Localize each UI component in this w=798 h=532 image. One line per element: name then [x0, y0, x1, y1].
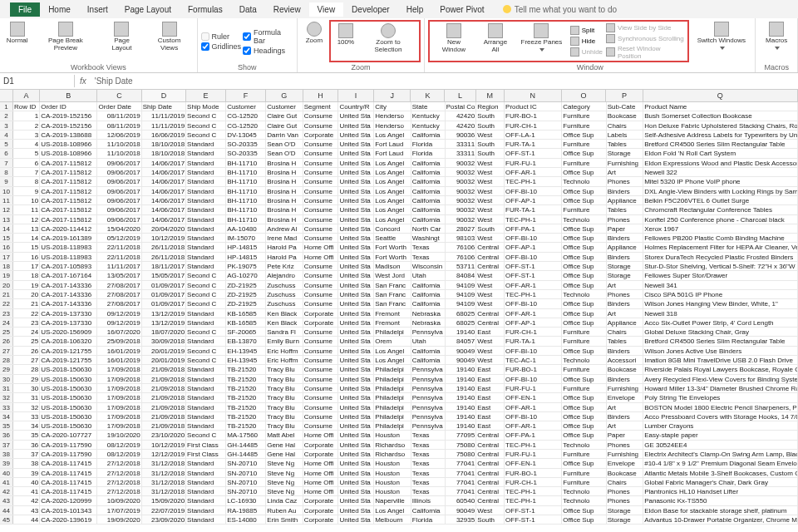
- cell[interactable]: California: [411, 177, 446, 185]
- cell[interactable]: Office Sup: [562, 393, 606, 401]
- cell[interactable]: 77041: [446, 469, 476, 477]
- cell[interactable]: 11/10/2018: [97, 149, 141, 157]
- cell[interactable]: OFF-ST-1: [505, 515, 562, 524]
- cell[interactable]: Panasonic Kx-TS550: [643, 496, 798, 505]
- cell[interactable]: Corporate: [303, 496, 339, 505]
- cell[interactable]: 09/06/2017: [97, 177, 141, 185]
- cell[interactable]: CG-12520: [226, 121, 266, 130]
- cell[interactable]: Tracy Blu: [266, 375, 303, 383]
- cell[interactable]: 19140: [446, 403, 476, 411]
- cell[interactable]: OFF-AR-1: [505, 168, 562, 176]
- cell[interactable]: PK-19075: [226, 262, 266, 270]
- cell[interactable]: 9: [13, 187, 40, 195]
- cell[interactable]: BH-11710: [226, 159, 266, 167]
- cell[interactable]: Los Angel: [374, 205, 411, 214]
- cell[interactable]: CA-2017-115812: [40, 187, 97, 195]
- cell[interactable]: United Sta: [338, 412, 374, 421]
- cell[interactable]: Texas: [411, 253, 446, 261]
- cell[interactable]: United Sta: [338, 187, 374, 195]
- cell[interactable]: Electrix Architect's Clamp-On Swing Arm …: [643, 450, 798, 458]
- cell[interactable]: 11/11/2019: [142, 121, 186, 130]
- cell[interactable]: 08/12/2019: [97, 450, 141, 458]
- cell[interactable]: 19/10/2020: [97, 431, 141, 439]
- cell[interactable]: Office Sup: [562, 506, 606, 515]
- cell[interactable]: United Sta: [338, 356, 374, 364]
- row-header[interactable]: 19: [0, 271, 13, 279]
- cell[interactable]: Acco Six-Outlet Power Strip, 4' Cord Len…: [643, 318, 798, 327]
- cell[interactable]: Nebraska: [411, 309, 446, 318]
- cell[interactable]: Pennsylva: [411, 421, 446, 430]
- cell[interactable]: Nebraska: [411, 318, 446, 327]
- cell[interactable]: OFF-EN-1: [505, 393, 562, 401]
- cell[interactable]: United Sta: [338, 131, 374, 139]
- cell[interactable]: CA-2018-117415: [40, 478, 97, 486]
- cell[interactable]: 90032: [446, 187, 476, 195]
- cell[interactable]: FUR-TA-1: [505, 205, 562, 214]
- cell[interactable]: United Sta: [338, 243, 374, 251]
- cell[interactable]: Standard: [186, 459, 226, 467]
- cell[interactable]: 13/12/2019: [142, 318, 186, 327]
- cell[interactable]: Consume: [303, 149, 339, 157]
- row-header[interactable]: 45: [0, 515, 13, 524]
- cell[interactable]: Philadelpi: [374, 328, 411, 336]
- row-header[interactable]: 35: [0, 421, 13, 430]
- cell[interactable]: Standard: [186, 224, 226, 233]
- cell[interactable]: Office Sup: [562, 149, 606, 157]
- cell[interactable]: Philadelpi: [374, 412, 411, 421]
- cell[interactable]: TEC-PH-1: [505, 290, 562, 298]
- cell[interactable]: 17/09/2018: [97, 421, 141, 430]
- cell[interactable]: US-2020-156909: [40, 328, 97, 336]
- cell[interactable]: Office Sup: [562, 515, 606, 524]
- cell[interactable]: 01/09/2017: [142, 290, 186, 298]
- cell[interactable]: United Sta: [338, 168, 374, 176]
- tab-page-layout[interactable]: Page Layout: [116, 2, 180, 17]
- cell[interactable]: Fort Worth: [374, 253, 411, 261]
- cell[interactable]: Washingt: [411, 234, 446, 242]
- cell[interactable]: TEC-PH-1: [505, 487, 562, 495]
- cell[interactable]: OFF-AR-1: [505, 281, 562, 289]
- cell[interactable]: Standard: [186, 506, 226, 515]
- cell[interactable]: United Sta: [338, 506, 374, 515]
- cell[interactable]: Central: [476, 262, 505, 270]
- cell[interactable]: CA-2017-115812: [40, 205, 97, 214]
- cell[interactable]: SN-20710: [226, 469, 266, 477]
- cell[interactable]: Home Offi: [303, 459, 339, 467]
- row-header[interactable]: 10: [0, 187, 13, 195]
- cell[interactable]: United Sta: [338, 234, 374, 242]
- cell[interactable]: Chairs: [607, 328, 644, 336]
- cell[interactable]: Consume: [303, 299, 339, 308]
- cell[interactable]: United Sta: [338, 431, 374, 439]
- cell[interactable]: Second C: [186, 131, 226, 139]
- cell[interactable]: 27/12/2018: [97, 469, 141, 477]
- cell[interactable]: 13/12/2019: [142, 309, 186, 318]
- cell[interactable]: 11/11/2019: [142, 111, 186, 120]
- cell[interactable]: CA-2019-152156: [40, 121, 97, 130]
- cell[interactable]: Wilson Jones Hanging View Binder, White,…: [643, 299, 798, 308]
- cell[interactable]: CA-2019-161389: [40, 234, 97, 242]
- cell[interactable]: Emily Burn: [266, 337, 303, 345]
- cell[interactable]: Houston: [374, 487, 411, 495]
- cell[interactable]: 30: [13, 384, 40, 392]
- cell[interactable]: OFF-BI-10: [505, 234, 562, 242]
- cell[interactable]: Storex DuraTech Recycled Plastic Frosted…: [643, 253, 798, 261]
- cell[interactable]: 39: [13, 469, 40, 477]
- cell[interactable]: CA-2018-117415: [40, 469, 97, 477]
- row-header[interactable]: 18: [0, 262, 13, 270]
- tab-insert[interactable]: Insert: [79, 2, 116, 17]
- cell[interactable]: Technolo: [562, 441, 606, 449]
- cell[interactable]: Binders: [607, 412, 644, 421]
- cell[interactable]: Furnishing: [607, 159, 644, 167]
- cell[interactable]: West: [476, 299, 505, 308]
- cell[interactable]: 11/10/2018: [97, 140, 141, 148]
- cell[interactable]: OFF-AP-1: [505, 318, 562, 327]
- row-header[interactable]: 7: [0, 159, 13, 167]
- cell[interactable]: TEC-PH-1: [505, 441, 562, 449]
- zoom-button[interactable]: Zoom: [301, 20, 328, 62]
- cell[interactable]: Illinois: [411, 496, 446, 505]
- row-header[interactable]: 21: [0, 290, 13, 298]
- cell[interactable]: Product IC: [505, 102, 562, 111]
- cell[interactable]: US-2018-150630: [40, 375, 97, 383]
- cell[interactable]: 68025: [446, 309, 476, 318]
- col-header-I[interactable]: I: [338, 90, 374, 101]
- cell[interactable]: BH-11710: [226, 187, 266, 195]
